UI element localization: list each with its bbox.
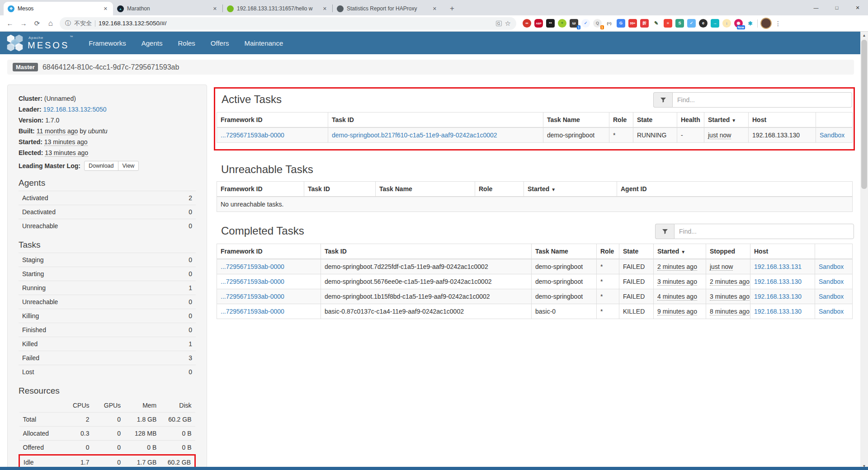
brand-mesos-label: MESOS	[28, 40, 69, 50]
task-id-link[interactable]: demo-springboot.b217f610-c1a5-11e9-aaf9-…	[332, 132, 497, 139]
tab-close-icon[interactable]: ✕	[431, 5, 438, 12]
nav-roles[interactable]: Roles	[170, 39, 203, 47]
filter-funnel-icon	[655, 224, 674, 239]
host-link[interactable]: 192.168.133.130	[754, 278, 802, 285]
started-cell: 2 minutes ago	[657, 263, 697, 271]
tab-haproxy[interactable]: Statistics Report for HAProxy ✕	[333, 2, 442, 15]
taskbar-edge	[0, 467, 868, 470]
extension-q-icon[interactable]: Q1	[593, 19, 602, 28]
url-text[interactable]: 192.168.133.132:5050/#/	[99, 20, 166, 27]
tab-hello[interactable]: 192.168.133.131:31657/hello w ✕	[223, 2, 332, 15]
nav-offers[interactable]: Offers	[203, 39, 237, 47]
tab-marathon[interactable]: ▲ Marathon ✕	[113, 2, 222, 15]
table-row: Starting0	[19, 267, 196, 281]
extension-paren-icon[interactable]: (≡)	[605, 19, 613, 28]
role-cell: *	[597, 274, 619, 289]
sandbox-link[interactable]: Sandbox	[819, 278, 844, 285]
home-icon[interactable]: ⌂	[44, 17, 57, 30]
brand-trademark: ™	[70, 35, 73, 38]
table-row: Allocated 0.3 0 128 MB 0 B	[19, 427, 195, 441]
built-line: Built: 11 months ago by ubuntu	[19, 127, 196, 136]
host-link[interactable]: 192.168.133.130	[754, 308, 802, 315]
back-icon[interactable]: ←	[4, 17, 16, 30]
sandbox-link[interactable]: Sandbox	[819, 263, 844, 270]
nav-agents[interactable]: Agents	[134, 39, 170, 47]
framework-id-link[interactable]: ...7295671593ab-0000	[221, 132, 284, 139]
log-view-button[interactable]: View	[118, 161, 139, 171]
tab-close-icon[interactable]: ✕	[212, 5, 218, 12]
vertical-scrollbar[interactable]: ▲ ▼	[860, 32, 868, 470]
leader-link[interactable]: 192.168.133.132:5050	[43, 106, 106, 113]
tab-close-icon[interactable]: ✕	[321, 5, 328, 12]
task-name-cell: demo-springboot	[532, 259, 597, 274]
info-icon[interactable]: ⓘ	[65, 19, 71, 28]
extension-doc-icon[interactable]: ✓	[687, 19, 696, 28]
extension-cat-icon[interactable]: ω1	[570, 19, 578, 28]
scrollbar-thumb[interactable]	[861, 40, 867, 189]
completed-tasks-find	[655, 224, 854, 239]
brand-apache-label: Apache	[28, 36, 69, 40]
sandbox-link[interactable]: Sandbox	[819, 308, 844, 315]
tab-title: 192.168.133.131:31657/hello w	[237, 5, 318, 12]
table-header-row: Framework ID Task ID Task Name Role Stat…	[217, 113, 853, 128]
bookmark-star-icon[interactable]: ☆	[505, 19, 511, 28]
extension-notes-icon[interactable]: ≡	[664, 19, 672, 28]
profile-avatar[interactable]	[760, 18, 772, 29]
role-cell: *	[597, 289, 619, 304]
table-row: Unreachable0	[19, 295, 196, 309]
active-tasks-find-input[interactable]	[672, 92, 852, 108]
extension-person-icon[interactable]: ✎	[652, 19, 660, 28]
extension-green-ball-icon[interactable]: +	[558, 19, 566, 28]
scroll-up-icon[interactable]: ▲	[860, 32, 868, 39]
extension-99-icon[interactable]: 99+	[628, 19, 637, 28]
extension-e-icon[interactable]: e	[699, 19, 708, 28]
new-tab-button[interactable]: +	[446, 2, 458, 15]
minimize-button[interactable]: —	[806, 0, 826, 15]
framework-id-link[interactable]: ...7295671593ab-0000	[221, 308, 284, 315]
extension-zhe-icon[interactable]: 折	[640, 19, 649, 28]
tab-close-icon[interactable]: ✕	[102, 5, 109, 12]
toolbar-divider	[757, 19, 758, 28]
log-download-button[interactable]: Download	[84, 161, 118, 171]
table-row: ...7295671593ab-0000 basic-0.87c0137c-c1…	[217, 304, 853, 319]
extension-infinity-icon[interactable]: ∞	[523, 19, 531, 28]
completed-tasks-find-input[interactable]	[674, 224, 854, 239]
tab-mesos[interactable]: ❖ Mesos ✕	[4, 2, 113, 15]
reload-icon[interactable]: ⟳	[31, 17, 43, 30]
translate-icon[interactable]: G	[496, 21, 502, 26]
nav-frameworks[interactable]: Frameworks	[81, 39, 134, 47]
maximize-button[interactable]: □	[826, 0, 847, 15]
browser-menu-icon[interactable]: ⋮	[773, 20, 783, 27]
mesos-brand[interactable]: Apache MESOS ™	[6, 34, 69, 52]
extension-translate-icon[interactable]: G	[617, 19, 625, 28]
extension-panda-icon[interactable]: ••	[546, 19, 555, 28]
forward-icon[interactable]: →	[17, 17, 30, 30]
extension-camera-icon[interactable]: ◉New	[734, 19, 743, 28]
framework-id-link[interactable]: ...7295671593ab-0000	[221, 278, 284, 285]
address-bar[interactable]: ⓘ 不安全 192.168.133.132:5050/#/ G ☆	[60, 17, 516, 30]
navbar-links: Frameworks Agents Roles Offers Maintenan…	[81, 39, 291, 47]
mesos-logo-icon	[6, 34, 24, 52]
extension-download-icon[interactable]: ↓	[722, 19, 731, 28]
extension-snowflake-icon[interactable]: ✱	[746, 19, 755, 28]
framework-id-link[interactable]: ...7295671593ab-0000	[221, 263, 284, 270]
sandbox-link[interactable]: Sandbox	[820, 132, 844, 139]
extension-s-icon[interactable]: S	[675, 19, 684, 28]
sandbox-link[interactable]: Sandbox	[819, 293, 844, 300]
state-cell: FAILED	[619, 289, 654, 304]
table-row: Finished0	[19, 323, 196, 337]
framework-id-link[interactable]: ...7295671593ab-0000	[221, 293, 284, 300]
health-cell: -	[677, 127, 704, 143]
extension-arrow-icon[interactable]: →	[711, 19, 719, 28]
extension-check-icon[interactable]: ✓	[581, 19, 590, 28]
nav-maintenance[interactable]: Maintenance	[236, 39, 291, 47]
extension-abp-icon[interactable]: ABP	[534, 19, 543, 28]
close-button[interactable]: ✕	[847, 0, 868, 15]
host-link[interactable]: 192.168.133.131	[754, 263, 802, 270]
host-link[interactable]: 192.168.133.130	[754, 293, 802, 300]
active-tasks-find	[653, 92, 852, 108]
table-row: Lost0	[19, 365, 196, 379]
tab-title: Statistics Report for HAProxy	[347, 5, 428, 12]
task-name-cell: basic-0	[532, 304, 597, 319]
table-row: Deactivated0	[19, 205, 196, 219]
